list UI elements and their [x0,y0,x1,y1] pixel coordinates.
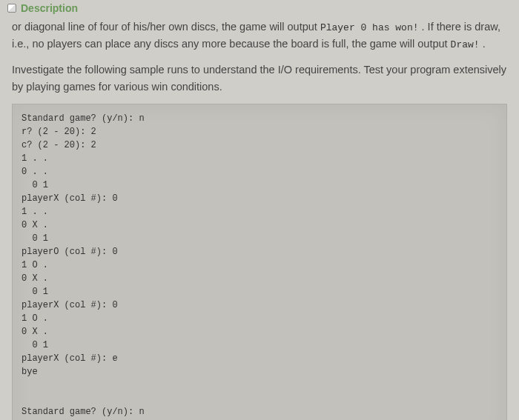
para1-text-pre: or diagonal line of four of his/her own … [12,21,320,33]
description-icon [7,4,16,13]
content-area: or diagonal line of four of his/her own … [0,16,519,420]
paragraph-2: Investigate the following sample runs to… [12,61,507,95]
paragraph-1: or diagonal line of four of his/her own … [12,19,507,53]
sample-run-code: Standard game? (y/n): n r? (2 - 20): 2 c… [12,104,507,420]
section-header: Description [0,0,519,16]
para1-code-won: Player 0 has won! [320,22,419,33]
section-title: Description [21,2,78,14]
para1-text-end: . [480,38,486,50]
para1-code-draw: Draw! [451,39,480,50]
